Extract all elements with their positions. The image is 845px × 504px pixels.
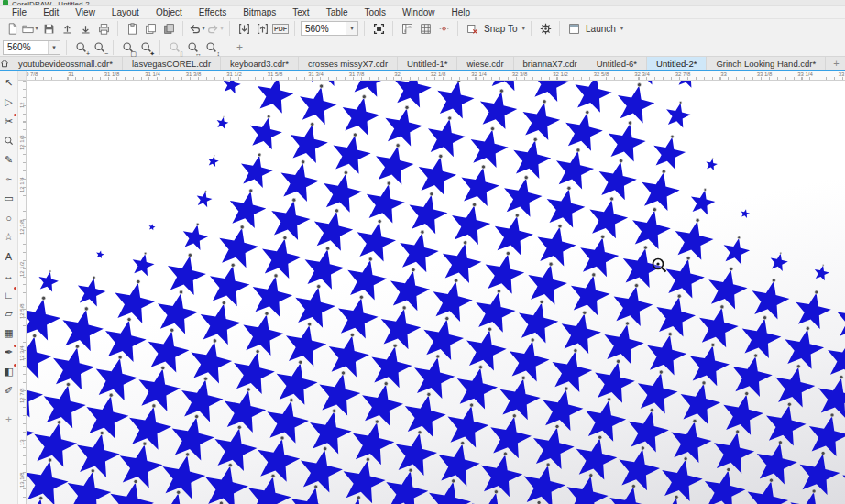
copy-properties-button[interactable] [160, 20, 177, 37]
plus-icon: + [86, 50, 90, 57]
menu-bitmaps[interactable]: Bitmaps [235, 7, 284, 17]
zoom-tool[interactable] [1, 131, 17, 150]
document-tab[interactable]: crosses missyX7.cdr [299, 57, 398, 70]
crop-tool[interactable]: ✂ [1, 112, 17, 131]
zoom-to-page-width-button[interactable]: ↔ [184, 39, 201, 56]
tool-flag-dot [14, 364, 16, 367]
rectangle-tool[interactable]: ▭ [1, 189, 17, 208]
menu-help[interactable]: Help [444, 7, 479, 17]
zoom-to-selection-button[interactable]: ▢ [119, 39, 136, 56]
add-propbar-item-button[interactable]: + [231, 41, 248, 54]
menu-object[interactable]: Object [148, 7, 191, 17]
ruler-label: 33 1/8 [757, 71, 773, 77]
ruler-label: 33 1/4 [797, 71, 813, 77]
paste-button[interactable] [124, 20, 140, 37]
zoom-percent-combo[interactable]: 560% ▾ [3, 40, 60, 55]
zoom-out-button[interactable]: − [91, 39, 107, 56]
launch-label[interactable]: Launch [586, 24, 616, 34]
home-tab-button[interactable] [0, 57, 9, 70]
menu-file[interactable]: File [4, 7, 35, 17]
ruler-label: 12 1/4 [19, 177, 25, 192]
menu-effects[interactable]: Effects [191, 7, 235, 17]
zoom-to-page-button[interactable]: ▯ [166, 39, 182, 56]
eyedropper-tool[interactable]: ✒ [1, 343, 17, 362]
add-tool-button[interactable]: + [1, 410, 17, 429]
open-button[interactable]: ▾ [22, 20, 38, 37]
ruler-label: 32 3/4 [634, 71, 650, 77]
redo-button[interactable]: ▾ [207, 20, 224, 37]
dimension-tool[interactable]: ↔ [1, 266, 17, 285]
chevron-down-icon[interactable]: ▾ [48, 41, 60, 54]
snap-to-label[interactable]: Snap To [484, 24, 518, 34]
launch-icon[interactable] [565, 20, 582, 37]
transparency-tool[interactable]: ▦ [1, 323, 17, 343]
menu-layout[interactable]: Layout [104, 7, 148, 17]
duplicate-button[interactable] [142, 20, 159, 37]
corel-draw-window: CorelDRAW - Untitled-2 FileEditViewLayou… [0, 0, 845, 504]
menu-window[interactable]: Window [394, 7, 444, 17]
shape-tool[interactable]: ▷ [1, 93, 17, 112]
menu-view[interactable]: View [67, 7, 104, 17]
freehand-tool[interactable]: ✎ [1, 150, 17, 170]
snap-off-icon[interactable] [464, 20, 480, 37]
connector-tool[interactable]: ∟ [1, 285, 17, 304]
undo-button[interactable]: ▾ [189, 20, 205, 37]
smart-fill-tool[interactable]: ✐ [1, 381, 17, 400]
pick-tool[interactable]: ↖ [1, 73, 17, 93]
show-rulers-button[interactable] [399, 20, 415, 37]
publish-pdf-button[interactable]: PDF [272, 20, 289, 37]
ellipse-tool[interactable]: ○ [1, 208, 17, 227]
zoom-to-page-height-button[interactable]: ↕ [203, 39, 219, 56]
show-grid-button[interactable] [417, 20, 433, 37]
save-button[interactable] [40, 20, 57, 37]
drawing-canvas[interactable] [27, 81, 845, 504]
minus-icon: − [104, 50, 108, 57]
document-tab[interactable]: wiese.cdr [457, 57, 513, 70]
toolbar-separator [117, 21, 118, 36]
document-tab[interactable]: keyboard3.cdr* [221, 57, 299, 70]
interactive-fill-tool[interactable]: ◧ [1, 362, 17, 381]
chevron-down-icon[interactable]: ▾ [346, 22, 357, 35]
star-pattern [27, 81, 845, 504]
import-button[interactable] [236, 20, 252, 37]
ruler-label: 13 1/8 [19, 472, 25, 488]
ruler-label: 13 [19, 439, 25, 445]
document-tab[interactable]: briannaX7.cdr [514, 57, 587, 70]
ruler-label: 33 [720, 71, 727, 77]
menu-table[interactable]: Table [318, 7, 357, 17]
artistic-media-tool[interactable]: ≈ [1, 170, 17, 189]
ruler-label: 32 1/8 [431, 71, 446, 77]
zoom-in-button[interactable]: + [72, 39, 89, 56]
export-button[interactable] [254, 20, 270, 37]
menu-edit[interactable]: Edit [35, 7, 67, 17]
document-tab[interactable]: Untitled-2* [647, 57, 707, 70]
chevron-down-icon[interactable]: ▾ [522, 25, 526, 32]
drop-shadow-tool[interactable]: ▱ [1, 304, 17, 323]
upload-cloud-button[interactable] [59, 20, 75, 37]
ruler-label: 31 3/4 [308, 71, 324, 77]
menu-bar: FileEditViewLayoutObjectEffectsBitmapsTe… [0, 6, 845, 18]
document-tab[interactable]: youtubevideossmall.cdr* [9, 57, 123, 70]
new-document-button[interactable] [4, 20, 20, 37]
ruler-label: 31 7/8 [349, 71, 365, 77]
document-tab[interactable]: Untitled-6* [587, 57, 647, 70]
menu-tools[interactable]: Tools [357, 7, 394, 17]
zoom-to-all-objects-button[interactable]: ✦ [137, 39, 154, 56]
document-tab[interactable]: Grinch Looking Hand.cdr* [707, 57, 826, 70]
polygon-tool[interactable]: ☆ [1, 227, 17, 247]
ruler-label: 31 5/8 [268, 71, 283, 77]
new-tab-button[interactable]: + [826, 57, 845, 70]
chevron-down-icon[interactable]: ▾ [620, 25, 624, 32]
toolbar-separator [113, 40, 114, 55]
download-cloud-button[interactable] [77, 20, 93, 37]
document-tab[interactable]: lasvegasCOREL.cdr [123, 57, 221, 70]
menu-text[interactable]: Text [284, 7, 317, 17]
options-gear-button[interactable] [537, 20, 554, 37]
full-screen-preview-button[interactable] [370, 20, 387, 37]
zoom-property-bar: 560% ▾ + − ▢ ✦ ▯ ↔ ↕ + [0, 38, 845, 57]
show-guidelines-button[interactable] [435, 20, 452, 37]
text-tool[interactable]: A [1, 247, 17, 266]
document-tab[interactable]: Untitled-1* [398, 57, 457, 70]
zoom-level-combo[interactable]: 560% ▾ [301, 21, 358, 36]
print-button[interactable] [95, 20, 112, 37]
